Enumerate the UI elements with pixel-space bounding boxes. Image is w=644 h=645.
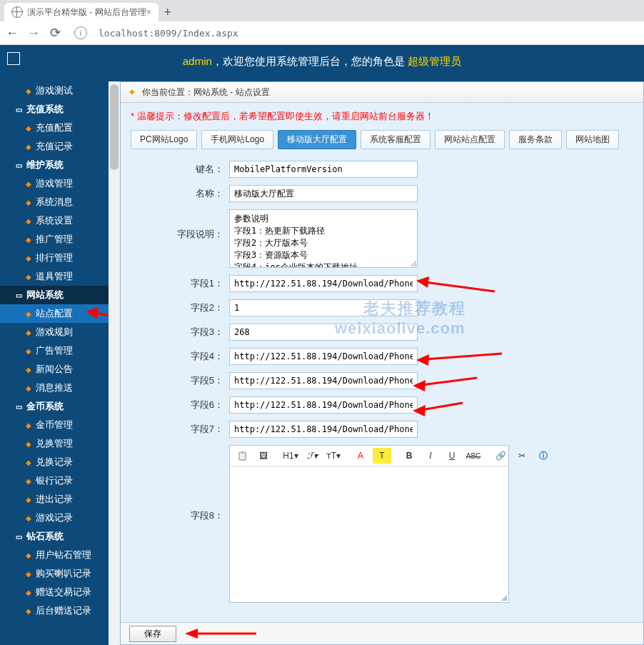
sidebar-item-用户钻石管理[interactable]: ◆用户钻石管理 (0, 546, 109, 564)
desc-textarea[interactable] (229, 209, 418, 268)
strike-button[interactable]: ABC (464, 448, 483, 464)
sidebar-item-充值配置[interactable]: ◆充值配置 (0, 119, 109, 137)
bullet-icon: ◆ (26, 310, 31, 318)
key-label: 键名： (131, 163, 229, 176)
sidebar-item-游戏记录[interactable]: ◆游戏记录 (0, 509, 109, 527)
reload-icon[interactable]: ⟳ (49, 26, 61, 39)
sidebar-item-新闻公告[interactable]: ◆新闻公告 (0, 360, 109, 379)
config-tab-4[interactable]: 网站站点配置 (435, 130, 505, 149)
field2-input[interactable] (229, 299, 418, 316)
config-tab-5[interactable]: 服务条款 (509, 130, 562, 149)
sidebar-item-广告管理[interactable]: ◆广告管理 (0, 341, 109, 360)
editor-body[interactable] (230, 466, 508, 602)
bullet-icon: ◆ (26, 329, 31, 336)
arrow-icon (413, 375, 484, 394)
forward-icon[interactable]: → (27, 26, 40, 39)
svg-marker-1 (86, 307, 99, 319)
paste-icon[interactable]: 📋 (233, 448, 251, 464)
sidebar-item-label: 游戏记录 (36, 511, 73, 524)
sidebar-item-排行管理[interactable]: ◆排行管理 (0, 249, 109, 267)
config-tab-3[interactable]: 系统客服配置 (361, 130, 431, 149)
name-input[interactable] (229, 185, 418, 202)
sidebar-item-label: 游戏测试 (36, 84, 73, 97)
field1-input[interactable] (229, 275, 418, 292)
arrow-icon (86, 306, 109, 323)
editor-toolbar: 📋 🖼 H1▾ ℱ▾ ᴛT▾ A T B (230, 446, 508, 466)
forecolor-button[interactable]: A (351, 448, 370, 464)
close-icon[interactable]: × (146, 7, 151, 17)
resize-icon[interactable] (500, 594, 507, 601)
desc-label: 字段说明： (131, 209, 229, 241)
sidebar-item-兑换记录[interactable]: ◆兑换记录 (0, 453, 109, 471)
breadcrumb-text: 你当前位置：网站系统 - 站点设置 (142, 86, 270, 99)
backcolor-button[interactable]: T (373, 448, 391, 464)
minus-icon: ▭ (16, 106, 22, 114)
link-icon[interactable]: 🔗 (491, 448, 510, 464)
content-area: PC网站Logo手机网站Logo移动版大厅配置系统客服配置网站站点配置服务条款网… (121, 130, 643, 622)
sidebar-item-推广管理[interactable]: ◆推广管理 (0, 230, 109, 249)
field1-label: 字段1： (131, 277, 229, 290)
sidebar-item-站点配置[interactable]: ◆站点配置 (0, 304, 109, 323)
sidebar-item-label: 游戏规则 (36, 326, 73, 339)
fontsize-button[interactable]: ᴛT▾ (324, 448, 343, 464)
svg-marker-3 (416, 276, 429, 288)
sidebar-item-进出记录[interactable]: ◆进出记录 (0, 490, 109, 509)
sidebar-item-充值记录[interactable]: ◆充值记录 (0, 137, 109, 156)
sidebar-item-label: 后台赠送记录 (36, 604, 91, 617)
sidebar-group-网站系统[interactable]: ▭网站系统 (0, 286, 109, 304)
font-button[interactable]: ℱ▾ (303, 448, 321, 464)
bold-button[interactable]: B (400, 448, 418, 464)
site-info-icon[interactable]: i (74, 26, 87, 39)
sidebar-item-道具管理[interactable]: ◆道具管理 (0, 267, 109, 286)
field3-input[interactable] (229, 324, 418, 341)
bullet-icon: ◆ (26, 236, 31, 244)
new-tab-button[interactable]: + (159, 3, 177, 21)
browser-tab[interactable]: 演示平台精华版 - 网站后台管理 × (4, 3, 159, 21)
key-input[interactable] (229, 161, 418, 178)
sidebar-item-游戏规则[interactable]: ◆游戏规则 (0, 323, 109, 341)
sidebar-item-金币管理[interactable]: ◆金币管理 (0, 416, 109, 434)
config-tab-0[interactable]: PC网站Logo (131, 130, 197, 149)
field4-input[interactable] (229, 348, 418, 365)
heading-button[interactable]: H1▾ (281, 448, 300, 464)
italic-button[interactable]: I (421, 448, 440, 464)
underline-button[interactable]: U (443, 448, 461, 464)
address-url[interactable]: localhost:8099/Index.aspx (99, 28, 238, 39)
field5-input[interactable] (229, 372, 418, 389)
sidebar-item-后台赠送记录[interactable]: ◆后台赠送记录 (0, 601, 109, 620)
image-icon[interactable]: 🖼 (254, 448, 273, 464)
sidebar-item-消息推送[interactable]: ◆消息推送 (0, 379, 109, 397)
svg-line-2 (425, 282, 495, 291)
sidebar-item-购买喇叭记录[interactable]: ◆购买喇叭记录 (0, 564, 109, 583)
back-icon[interactable]: ← (6, 26, 19, 39)
sidebar-group-充值系统[interactable]: ▭充值系统 (0, 100, 109, 119)
config-tab-2[interactable]: 移动版大厅配置 (278, 130, 356, 149)
sidebar-item-兑换管理[interactable]: ◆兑换管理 (0, 434, 109, 453)
unlink-icon[interactable]: ✂ (513, 448, 531, 464)
scrollbar-thumb[interactable] (110, 84, 119, 170)
field7-label: 字段7： (131, 423, 229, 436)
sidebar-scrollbar[interactable] (109, 81, 120, 645)
main-panel: ✦ 你当前位置：网站系统 - 站点设置 * 温馨提示：修改配置后，若希望配置即使… (120, 81, 644, 645)
broken-image-icon (7, 52, 20, 65)
config-tab-6[interactable]: 网站地图 (566, 130, 619, 149)
sidebar-item-游戏管理[interactable]: ◆游戏管理 (0, 174, 109, 193)
help-icon[interactable]: ⓘ (534, 448, 553, 464)
config-tab-1[interactable]: 手机网站Logo (201, 130, 273, 149)
sidebar-group-label: 充值系统 (26, 103, 64, 116)
sidebar-item-系统设置[interactable]: ◆系统设置 (0, 211, 109, 230)
sidebar-item-系统消息[interactable]: ◆系统消息 (0, 193, 109, 211)
minus-icon: ▭ (16, 161, 22, 169)
sidebar-item-label: 广告管理 (36, 344, 73, 357)
sidebar-item-银行记录[interactable]: ◆银行记录 (0, 471, 109, 490)
sidebar-item-赠送交易记录[interactable]: ◆赠送交易记录 (0, 583, 109, 601)
save-button[interactable]: 保存 (129, 626, 176, 642)
field6-input[interactable] (229, 396, 418, 414)
sidebar-group-金币系统[interactable]: ▭金币系统 (0, 397, 109, 416)
field5-label: 字段5： (131, 374, 229, 387)
browser-tabbar: 演示平台精华版 - 网站后台管理 × + (0, 0, 644, 21)
sidebar-item-游戏测试[interactable]: ◆游戏测试 (0, 81, 109, 100)
sidebar-group-钻石系统[interactable]: ▭钻石系统 (0, 527, 109, 546)
sidebar-group-维护系统[interactable]: ▭维护系统 (0, 156, 109, 174)
field7-input[interactable] (229, 421, 418, 438)
